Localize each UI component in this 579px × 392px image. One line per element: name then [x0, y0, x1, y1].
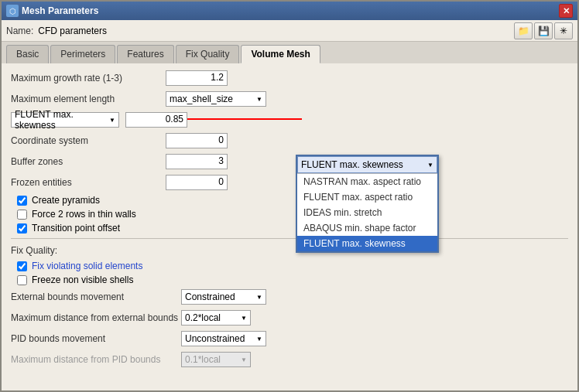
- main-window: ⬡ Mesh Parameters ✕ Name: CFD parameters…: [0, 0, 579, 392]
- freeze-non-visible-label: Freeze non visible shells: [32, 274, 133, 285]
- create-pyramids-checkbox[interactable]: [17, 196, 27, 206]
- tab-fix-quality[interactable]: Fix Quality: [176, 45, 240, 63]
- close-button[interactable]: ✕: [559, 4, 573, 18]
- max-element-length-select[interactable]: max_shell_size ▼: [166, 91, 266, 107]
- settings-button[interactable]: ✳: [554, 22, 573, 39]
- dropdown-header-text: FLUENT max. skewness: [301, 159, 403, 170]
- red-line: [187, 118, 302, 120]
- fix-violating-row: Fix violating solid elements: [17, 261, 568, 271]
- dropdown-item-abaqus[interactable]: ABAQUS min. shape factor: [297, 220, 437, 236]
- fix-quality-title: Fix Quality:: [11, 245, 568, 256]
- transition-point-row: Transition point offset: [17, 223, 568, 233]
- fix-violating-label: Fix violating solid elements: [32, 261, 142, 271]
- dropdown-list: NASTRAN max. aspect ratio FLUENT max. as…: [297, 173, 437, 251]
- window-title: Mesh Parameters: [22, 5, 98, 16]
- tab-volume-mesh[interactable]: Volume Mesh: [241, 45, 320, 63]
- max-element-length-row: Maximum element length max_shell_size ▼: [11, 90, 568, 107]
- max-element-length-label: Maximum element length: [11, 94, 166, 104]
- tab-features[interactable]: Features: [117, 45, 173, 63]
- force-2rows-label: Force 2 rows in thin walls: [32, 209, 136, 220]
- buffer-zones-input[interactable]: 3: [166, 154, 228, 169]
- transition-point-checkbox[interactable]: [17, 223, 27, 233]
- dropdown-header[interactable]: FLUENT max. skewness ▼: [297, 156, 437, 173]
- coordinate-system-input[interactable]: 0: [166, 133, 228, 148]
- force-2rows-checkbox[interactable]: [17, 210, 27, 220]
- dropdown-item-nastran[interactable]: NASTRAN max. aspect ratio: [297, 174, 437, 189]
- skewness-value-input[interactable]: 0.85: [125, 112, 187, 128]
- external-bounds-label: External bounds movement: [11, 291, 181, 302]
- freeze-non-visible-row: Freeze non visible shells: [17, 274, 568, 285]
- max-growth-rate-input[interactable]: 1.2: [166, 70, 228, 86]
- max-distance-pid-row: Maximum distance from PID bounds 0.1*loc…: [11, 351, 568, 368]
- max-growth-rate-row: Maximum growth rate (1-3) 1.2: [11, 70, 568, 87]
- tab-basic[interactable]: Basic: [6, 45, 49, 63]
- dropdown-item-ideas[interactable]: IDEAS min. stretch: [297, 205, 437, 220]
- freeze-non-visible-checkbox[interactable]: [17, 275, 27, 285]
- max-distance-pid-select[interactable]: 0.1*local ▼: [181, 352, 251, 367]
- toolbar-buttons: 📁 💾 ✳: [514, 22, 573, 39]
- tab-perimeters[interactable]: Perimeters: [50, 45, 115, 63]
- skewness-type-select[interactable]: FLUENT max. skewness ▼: [11, 112, 119, 128]
- dropdown-arrow: ▼: [427, 162, 433, 169]
- buffer-zones-row: Buffer zones 3: [11, 153, 568, 170]
- frozen-entities-input[interactable]: 0: [166, 175, 228, 190]
- content-area: Maximum growth rate (1-3) 1.2 Maximum el…: [2, 63, 577, 390]
- external-bounds-row: External bounds movement Constrained ▼: [11, 288, 568, 305]
- max-distance-external-row: Maximum distance from external bounds 0.…: [11, 309, 568, 326]
- max-distance-pid-label: Maximum distance from PID bounds: [11, 354, 181, 365]
- pid-bounds-select[interactable]: Unconstrained ▼: [181, 331, 266, 346]
- frozen-entities-label: Frozen entities: [11, 177, 166, 188]
- title-bar: ⬡ Mesh Parameters ✕: [2, 2, 577, 20]
- max-growth-rate-label: Maximum growth rate (1-3): [11, 73, 166, 84]
- save-button[interactable]: 💾: [534, 22, 553, 39]
- skewness-dropdown: FLUENT max. skewness ▼ NASTRAN max. aspe…: [296, 155, 439, 253]
- skewness-row: FLUENT max. skewness ▼ 0.85: [11, 111, 568, 128]
- transition-point-label: Transition point offset: [32, 223, 120, 233]
- coordinate-system-row: Coordinate system 0: [11, 132, 568, 149]
- toolbar: Name: CFD parameters 📁 💾 ✳: [2, 20, 577, 42]
- buffer-zones-label: Buffer zones: [11, 156, 166, 167]
- pid-bounds-row: PID bounds movement Unconstrained ▼: [11, 330, 568, 347]
- external-bounds-select[interactable]: Constrained ▼: [181, 289, 266, 305]
- max-distance-external-label: Maximum distance from external bounds: [11, 312, 181, 323]
- force-2rows-row: Force 2 rows in thin walls: [17, 209, 568, 220]
- fix-violating-checkbox[interactable]: [17, 261, 27, 271]
- create-pyramids-label: Create pyramids: [32, 195, 100, 206]
- name-row: Name: CFD parameters: [6, 26, 107, 36]
- pid-bounds-label: PID bounds movement: [11, 333, 181, 344]
- frozen-entities-row: Frozen entities 0: [11, 174, 568, 191]
- max-distance-external-select[interactable]: 0.2*local ▼: [181, 310, 251, 326]
- name-label: Name:: [6, 26, 33, 36]
- open-button[interactable]: 📁: [514, 22, 533, 39]
- name-value: CFD parameters: [38, 26, 107, 36]
- dropdown-item-fluent-skewness[interactable]: FLUENT max. skewness: [297, 236, 437, 251]
- create-pyramids-row: Create pyramids: [17, 195, 568, 206]
- coordinate-system-label: Coordinate system: [11, 135, 166, 146]
- dropdown-item-fluent-aspect[interactable]: FLUENT max. aspect ratio: [297, 189, 437, 205]
- window-icon: ⬡: [6, 5, 19, 17]
- tabs: Basic Perimeters Features Fix Quality Vo…: [2, 42, 577, 63]
- separator: [11, 238, 568, 239]
